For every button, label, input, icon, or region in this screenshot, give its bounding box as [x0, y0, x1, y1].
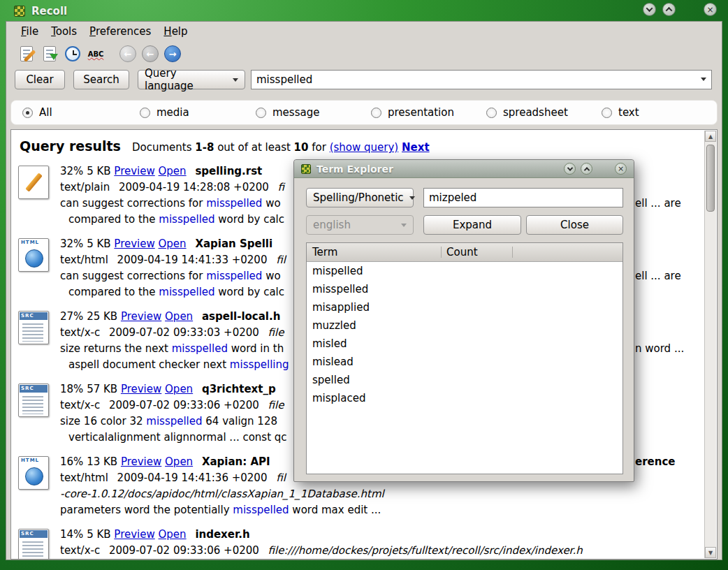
dialog-title: Term Explorer: [316, 163, 393, 175]
term-input[interactable]: [423, 188, 623, 207]
filter-radio-media[interactable]: media: [140, 101, 189, 124]
terms-table: Term Count mispelled misspelled misappli…: [306, 242, 623, 474]
open-link[interactable]: Open: [159, 528, 187, 541]
relevance-percent: 16%: [60, 455, 83, 468]
mime-type: text/html: [60, 472, 108, 484]
mime-type: text/plain: [60, 181, 110, 193]
dialog-window-controls: ×: [564, 163, 627, 175]
history-button[interactable]: [64, 45, 82, 63]
open-link[interactable]: Open: [159, 238, 187, 250]
arrow-left-icon: ←: [147, 49, 154, 59]
highlighted-term: misspelled: [206, 197, 262, 210]
filter-radio-presentation[interactable]: presentation: [371, 101, 454, 124]
term-row[interactable]: mislead: [307, 353, 623, 371]
result-title: spelling.rst: [195, 165, 262, 177]
highlighted-term: misspelled: [172, 342, 228, 355]
radio-icon: [140, 108, 150, 118]
file-size: 25 KB: [87, 310, 117, 323]
next-page-link[interactable]: Next: [402, 141, 430, 154]
doc-date: 2009-07-02 09:33:06 +0200: [109, 544, 259, 557]
menu-item-preferences[interactable]: Preferences: [83, 22, 157, 41]
source-code-icon: SRC: [18, 527, 60, 560]
term-row[interactable]: misspelled: [307, 280, 623, 298]
doc-date: 2009-04-19 14:28:08 +0200: [119, 181, 269, 193]
query-language-dropdown[interactable]: Query language: [138, 70, 245, 89]
result-range: 1-8: [195, 141, 214, 154]
result-meta-line: text/x-c 2009-07-02 09:33:06 +0200 file:…: [60, 543, 699, 559]
snippet-right-fragment: ell ... are: [635, 196, 681, 212]
close-dialog-button[interactable]: Close: [526, 215, 623, 235]
menu-item-file[interactable]: File: [15, 22, 45, 41]
mime-type: text/html: [60, 254, 108, 266]
first-page-button[interactable]: ←: [119, 45, 136, 62]
titlebar: Recoll ×: [0, 1, 728, 21]
maximize-button[interactable]: [581, 163, 592, 175]
expansion-mode-dropdown[interactable]: Spelling/Phonetic: [306, 188, 414, 207]
results-header: Query results Documents 1-8 out of at le…: [20, 138, 699, 156]
search-button[interactable]: Search: [73, 70, 129, 89]
mime-type: text/x-c: [60, 399, 100, 411]
maximize-button[interactable]: [662, 3, 676, 16]
close-button[interactable]: ×: [615, 163, 627, 175]
preview-link[interactable]: Preview: [114, 165, 154, 177]
close-icon: ×: [618, 164, 624, 173]
show-query-link[interactable]: (show query): [330, 141, 399, 154]
filter-radio-text[interactable]: text: [602, 101, 639, 124]
file-size: 5 KB: [87, 238, 110, 250]
term-explorer-button[interactable]: ABC: [87, 45, 105, 63]
next-page-button[interactable]: →: [164, 45, 181, 62]
term-row[interactable]: mispelled: [307, 262, 623, 280]
radio-icon: [22, 108, 33, 118]
preview-link[interactable]: Preview: [121, 383, 161, 395]
preview-link[interactable]: Preview: [114, 528, 154, 541]
query-input[interactable]: [251, 70, 712, 89]
preview-link[interactable]: Preview: [121, 455, 161, 468]
minimize-button[interactable]: [564, 163, 576, 175]
chevron-down-icon: [401, 224, 407, 227]
snippet-right-fragment: ell ... are: [635, 268, 681, 284]
open-link[interactable]: Open: [165, 455, 193, 468]
preview-link[interactable]: Preview: [121, 310, 161, 323]
file-size: 5 KB: [87, 528, 110, 541]
clock-icon: [65, 46, 80, 61]
html-document-icon: HTML: [18, 454, 60, 518]
term-row[interactable]: muzzled: [307, 316, 623, 335]
snippet-line: parameters word the potentially misspell…: [60, 502, 699, 518]
scroll-thumb[interactable]: [706, 145, 715, 212]
relevance-percent: 32%: [60, 238, 83, 250]
column-header-count[interactable]: Count: [446, 243, 478, 262]
filter-radio-all[interactable]: All: [22, 101, 52, 124]
scroll-up-button[interactable]: ▲: [705, 131, 716, 142]
relevance-percent: 27%: [60, 310, 83, 323]
clear-search-button[interactable]: [17, 45, 36, 63]
term-row[interactable]: misapplied: [307, 298, 623, 316]
open-link[interactable]: Open: [165, 383, 193, 395]
close-icon: ×: [706, 6, 713, 14]
menu-item-tools[interactable]: Tools: [45, 22, 83, 41]
open-link[interactable]: Open: [159, 165, 187, 177]
doc-url: file:///home/dockes/projets/fulltext/rec…: [268, 544, 583, 557]
results-scrollbar[interactable]: ▲ ▼: [704, 131, 716, 558]
minimize-button[interactable]: [643, 3, 656, 16]
scroll-down-button[interactable]: ▼: [705, 547, 716, 558]
start-search-button[interactable]: [41, 45, 59, 63]
filter-radio-spreadsheet[interactable]: spreadsheet: [486, 101, 568, 124]
term-row[interactable]: misled: [307, 335, 623, 353]
clear-button[interactable]: Clear: [15, 70, 65, 89]
close-button[interactable]: ×: [704, 3, 717, 16]
code-dots-icon: [22, 396, 43, 414]
highlighted-term: misspelled: [159, 286, 214, 298]
doc-url: file: [268, 399, 284, 411]
filter-radio-message[interactable]: message: [256, 101, 319, 124]
source-code-icon: SRC: [18, 309, 60, 373]
menu-item-help[interactable]: Help: [157, 22, 194, 41]
term-row[interactable]: misplaced: [307, 389, 623, 407]
chevron-down-icon[interactable]: [701, 78, 706, 81]
preview-link[interactable]: Preview: [114, 238, 154, 250]
term-row[interactable]: spelled: [307, 371, 623, 389]
prev-page-button[interactable]: ←: [142, 45, 159, 62]
expand-button[interactable]: Expand: [423, 215, 521, 235]
open-link[interactable]: Open: [165, 310, 193, 323]
column-header-term[interactable]: Term: [312, 243, 337, 262]
code-dots-icon: [22, 541, 43, 560]
